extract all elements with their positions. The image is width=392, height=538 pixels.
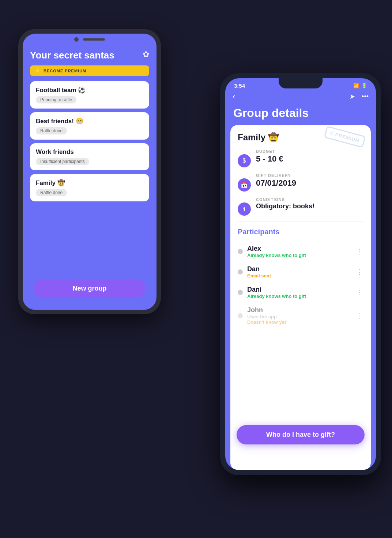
group-list: Football team ⚽ Pending to raffle Best f… [30,81,149,274]
phone-back: Your secret santas ✿ ⭐ BECOME PREMIUM Fo… [18,29,161,314]
participant-status-alex: Already knows who to gift [247,253,306,258]
delivery-label: GIFT DELIVERY [256,173,296,178]
premium-banner[interactable]: ⭐ BECOME PREMIUM [30,65,149,76]
group-status-bestfriends: Raffle done [36,127,67,134]
participant-name-dan: Dan [247,265,271,273]
participant-avatar-alex [238,249,243,254]
phone-front: 3:54 📶 🔋 ‹ ➤ ••• Group details Family 🤠 … [220,73,381,475]
participant-info-dani: Dani Already knows who to gift [247,286,306,299]
participant-menu-dan[interactable]: ⋮ [356,268,363,276]
conditions-icon: ℹ [238,202,251,216]
group-name-bestfriends: Best friends! 😁 [36,117,143,125]
participant-info-john: John Uses the app Doesn't know yet [247,306,286,325]
nav-bar: ‹ ➤ ••• [225,90,376,105]
back-button[interactable]: ‹ [233,92,235,101]
group-detail-name: Family 🤠 [238,132,279,143]
participant-name-john: John [247,306,286,314]
participant-menu-dani[interactable]: ⋮ [356,288,363,296]
group-status-workfriends: Insufficient participants [36,158,89,165]
group-detail-header: Family 🤠 © PREMIUM [238,132,363,143]
group-status-football: Pending to raffle [36,96,76,103]
participant-dan[interactable]: Dan Email sent ⋮ [238,262,363,282]
group-name-football: Football team ⚽ [36,86,143,94]
participant-status-dani: Already knows who to gift [247,293,306,299]
speaker-back [83,38,105,41]
participant-status-label-john: Uses the app [247,314,286,319]
page-title: Group details [225,105,376,125]
participant-name-dani: Dani [247,286,306,293]
share-icon[interactable]: ➤ [350,92,355,101]
participant-avatar-dani [238,290,243,295]
front-notch [279,78,323,88]
group-card-family[interactable]: Family 🤠 Raffle done [30,174,149,201]
participant-john[interactable]: John Uses the app Doesn't know yet ⋮ [238,303,363,329]
participant-name-alex: Alex [247,245,306,253]
settings-icon: ✿ [143,50,149,59]
detail-card: Family 🤠 © PREMIUM $ BUDGET 5 - 10 € 📅 G… [230,125,371,470]
participant-menu-alex[interactable]: ⋮ [356,247,363,255]
conditions-row: ℹ CONDITIONS Obligatory: books! [238,197,363,216]
new-group-button[interactable]: New group [34,279,146,298]
app-title: Your secret santas [30,50,114,61]
delivery-value: 07/01/2019 [256,178,296,188]
battery-icon: 🔋 [361,83,367,88]
camera-back [74,37,79,42]
premium-stamp: © PREMIUM [324,126,366,148]
budget-value: 5 - 10 € [256,154,283,164]
participant-alex[interactable]: Alex Already knows who to gift ⋮ [238,241,363,262]
participant-avatar-dan [238,269,243,274]
wifi-icon: 📶 [353,83,359,88]
conditions-label: CONDITIONS [256,197,314,202]
notch-bar-back [23,34,157,44]
time-display: 3:54 [234,83,245,89]
more-options-icon[interactable]: ••• [362,93,369,101]
group-card-workfriends[interactable]: Work friends Insufficient participants [30,143,149,170]
delivery-row: 📅 GIFT DELIVERY 07/01/2019 [238,173,363,192]
conditions-value: Obligatory: books! [256,202,314,210]
participant-menu-john[interactable]: ⋮ [356,312,363,320]
participant-dani[interactable]: Dani Already knows who to gift ⋮ [238,282,363,303]
participants-title: Participants [238,228,363,236]
budget-label: BUDGET [256,149,283,154]
group-name-family: Family 🤠 [36,179,143,187]
group-card-bestfriends[interactable]: Best friends! 😁 Raffle done [30,112,149,140]
delivery-icon: 📅 [238,178,251,192]
budget-row: $ BUDGET 5 - 10 € [238,149,363,167]
participant-status-dan: Email sent [247,273,271,279]
group-card-football[interactable]: Football team ⚽ Pending to raffle [30,81,149,109]
participant-status-john: Doesn't know yet [247,319,286,325]
participant-info-alex: Alex Already knows who to gift [247,245,306,258]
participant-info-dan: Dan Email sent [247,265,271,279]
budget-icon: $ [238,154,251,167]
who-to-gift-button[interactable]: Who do I have to gift? [237,425,365,444]
star-icon: ⭐ [35,68,41,73]
group-name-workfriends: Work friends [36,148,143,156]
premium-label: BECOME PREMIUM [44,69,86,73]
group-status-family: Raffle done [36,189,67,196]
participant-avatar-john [238,313,243,318]
divider [238,221,363,222]
